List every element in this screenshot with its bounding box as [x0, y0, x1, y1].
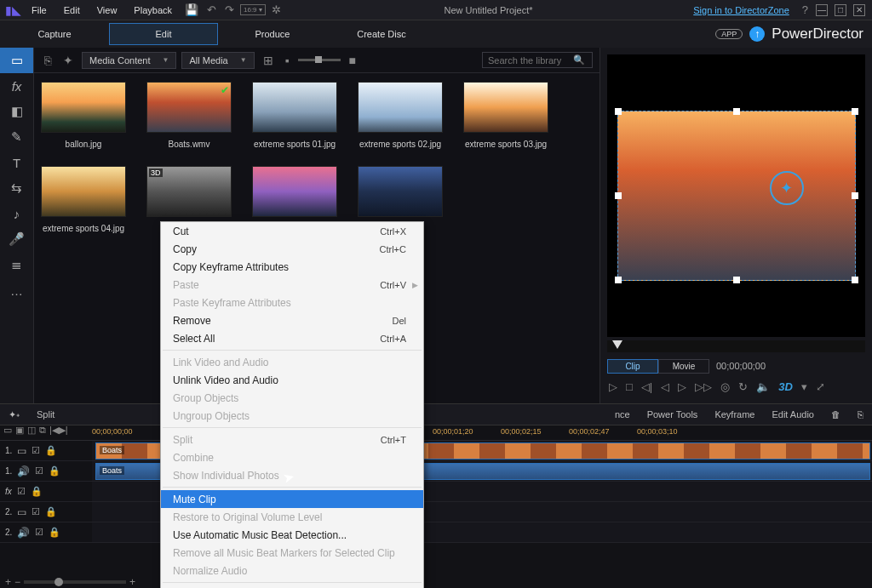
title-room-icon[interactable]: T	[0, 150, 33, 175]
mode-produce[interactable]: Produce	[218, 24, 327, 44]
ctx-item[interactable]: Copy Keyframe Attributes	[161, 258, 423, 276]
play-icon[interactable]: ▷	[609, 380, 617, 393]
menu-view[interactable]: View	[90, 3, 124, 18]
keyframe-button[interactable]: Keyframe	[714, 409, 754, 420]
delete-icon[interactable]: 🗑	[831, 409, 840, 420]
step-back-icon[interactable]: ◁	[661, 380, 669, 393]
maximize-button[interactable]: □	[835, 4, 846, 16]
preview-scrubber[interactable]	[607, 340, 865, 352]
media-thumb[interactable]: extreme sports 01.jpg	[252, 82, 337, 149]
loop-icon[interactable]: ↻	[738, 380, 748, 393]
save-icon[interactable]: 💾	[182, 3, 201, 16]
left-sidebar: ▭ fx ◧ ✎ T ⇆ ♪ 🎤 ≣ …	[0, 48, 34, 403]
tl-view3-icon[interactable]: ◫	[27, 425, 36, 436]
upload-icon[interactable]: ↑	[749, 26, 765, 42]
size-small-icon[interactable]: ▪	[282, 54, 293, 67]
chapter-room-icon[interactable]: ≣	[0, 252, 33, 277]
magic-tool-icon[interactable]: ✦˖	[9, 409, 20, 420]
track-2-audio[interactable]: 2.🔊☑🔒	[0, 522, 872, 543]
add-track-icon[interactable]: +	[5, 576, 11, 588]
zoom-slider[interactable]	[24, 580, 126, 584]
media-thumb[interactable]: ✔Boats.wmv	[146, 82, 232, 149]
nce-button-partial[interactable]: nce	[615, 409, 630, 420]
menu-file[interactable]: File	[25, 3, 54, 18]
zoom-in-icon[interactable]: +	[129, 576, 135, 588]
menu-edit[interactable]: Edit	[57, 3, 87, 18]
undo-icon[interactable]: ↶	[204, 3, 219, 16]
undock-icon[interactable]: ⤢	[816, 380, 825, 393]
track-1-video[interactable]: 1.▭☑🔒 Boats	[0, 441, 872, 461]
aspect-icon[interactable]: 16:9 ▾	[240, 4, 266, 15]
fast-fwd-icon[interactable]: ▷▷	[695, 380, 712, 393]
grid-view-icon[interactable]: ⊞	[260, 54, 277, 67]
close-button[interactable]: ✕	[853, 4, 865, 16]
import-icon[interactable]: ⎘	[41, 54, 54, 67]
mode-capture[interactable]: Capture	[0, 24, 109, 44]
media-thumb[interactable]: extreme sports 03.jpg	[463, 82, 548, 149]
redo-icon[interactable]: ↷	[222, 3, 237, 16]
ctx-item[interactable]: CopyCtrl+C	[161, 240, 423, 258]
app-logo-icon: ▮◣	[5, 3, 21, 17]
all-media-dropdown[interactable]: All Media▼	[181, 52, 254, 69]
3d-button[interactable]: 3D	[778, 380, 793, 393]
effect-room-icon[interactable]: fx	[0, 73, 33, 99]
media-thumb-label: extreme sports 03.jpg	[465, 140, 547, 149]
media-thumb[interactable]: extreme sports 02.jpg	[358, 82, 443, 149]
track-2-video[interactable]: 2.▭☑🔒	[0, 502, 872, 522]
split-button[interactable]: Split	[37, 409, 54, 420]
ctx-item[interactable]: Select AllCtrl+A	[161, 329, 423, 347]
preview-menu-icon[interactable]: ▾	[801, 380, 807, 393]
plugin-icon[interactable]: ✦	[60, 54, 77, 67]
context-menu: CutCtrl+XCopyCtrl+CCopy Keyframe Attribu…	[160, 221, 424, 588]
preview-tab-movie[interactable]: Movie	[658, 359, 709, 374]
ctx-item[interactable]: Unlink Video and Audio	[161, 371, 423, 389]
zoom-out-icon[interactable]: −	[14, 576, 20, 588]
ctx-item[interactable]: CutCtrl+X	[161, 222, 423, 240]
snapshot-icon[interactable]: ◎	[720, 380, 730, 393]
more-icon[interactable]: ⎘	[858, 409, 863, 420]
tl-goto-icon[interactable]: |◀▶|	[49, 425, 68, 436]
menu-playback[interactable]: Playback	[127, 3, 179, 18]
ctx-item[interactable]: Use Automatic Music Beat Detection...	[161, 526, 423, 544]
mode-createdisc[interactable]: Create Disc	[327, 24, 436, 44]
tl-marker-icon[interactable]: ⧉	[39, 425, 46, 436]
media-room-icon[interactable]: ▭	[0, 48, 33, 73]
media-thumb[interactable]: extreme sports 04.jpg	[41, 166, 126, 233]
edit-audio-button[interactable]: Edit Audio	[772, 409, 814, 420]
power-tools-button[interactable]: Power Tools	[647, 409, 698, 420]
step-fwd-icon[interactable]: ▷	[678, 380, 686, 393]
help-icon[interactable]: ?	[800, 3, 811, 16]
thumb-size-slider[interactable]	[298, 59, 341, 61]
media-content-dropdown[interactable]: Media Content▼	[82, 52, 176, 69]
pip-room-icon[interactable]: ◧	[0, 99, 33, 124]
timeline-footer: + − +	[0, 574, 872, 588]
tl-view2-icon[interactable]: ▣	[15, 425, 24, 436]
ctx-item: Paste Keyframe Attributes	[161, 294, 423, 311]
preview-tab-clip[interactable]: Clip	[607, 359, 658, 374]
prev-frame-icon[interactable]: ◁|	[641, 380, 652, 393]
size-large-icon[interactable]: ■	[346, 54, 359, 67]
mode-edit[interactable]: Edit	[109, 23, 218, 45]
media-thumb[interactable]: ballon.jpg	[41, 82, 126, 149]
stop-icon[interactable]: □	[626, 380, 633, 393]
ctx-item[interactable]: Mute Clip	[161, 490, 423, 508]
audio-mixing-icon[interactable]: ♪	[0, 201, 33, 226]
settings-icon[interactable]: ✲	[269, 3, 284, 16]
tl-view1-icon[interactable]: ▭	[3, 425, 12, 436]
voiceover-icon[interactable]: 🎤	[0, 226, 33, 252]
track-1-audio[interactable]: 1.🔊☑🔒 Boats	[0, 461, 872, 482]
preview-viewport[interactable]: ✦	[607, 54, 865, 337]
search-input[interactable]	[488, 55, 573, 66]
track-fx[interactable]: fx☑🔒	[0, 482, 872, 502]
motion-target-icon[interactable]: ✦	[770, 171, 804, 205]
volume-icon[interactable]: 🔈	[756, 380, 770, 393]
signin-link[interactable]: Sign in to DirectorZone	[693, 5, 789, 15]
search-box[interactable]: 🔍	[482, 52, 593, 68]
timeline-ruler[interactable]: ▭ ▣ ◫ ⧉ |◀▶| 00;00;00;00 00;00;01;20 00;…	[0, 425, 872, 441]
particle-room-icon[interactable]: ✎	[0, 124, 33, 150]
subtitle-room-icon[interactable]: …	[0, 277, 33, 303]
search-icon[interactable]: 🔍	[573, 54, 585, 66]
ctx-item[interactable]: RemoveDel	[161, 311, 423, 329]
transition-room-icon[interactable]: ⇆	[0, 175, 33, 201]
minimize-button[interactable]: —	[816, 4, 828, 16]
